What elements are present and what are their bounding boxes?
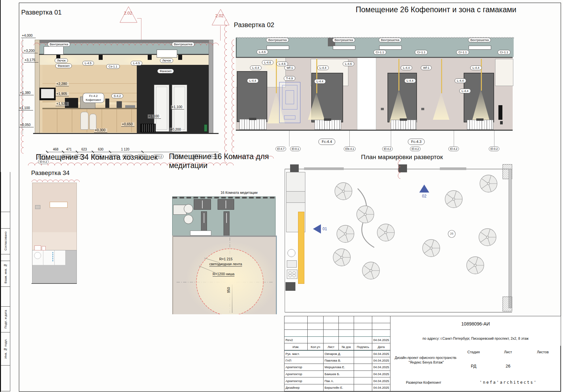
team-name: Мерцалова Е. xyxy=(324,364,354,371)
finish-tag: El-4.2 xyxy=(448,147,459,151)
finish-tag: El-4.2 xyxy=(410,147,421,151)
radiator-vent xyxy=(249,118,256,120)
elev01-right-column xyxy=(209,40,213,134)
tag-pill: T-4.9 xyxy=(284,76,295,81)
grinder xyxy=(105,99,109,108)
soffit-light xyxy=(99,55,103,60)
team-date: 04.04.2025 xyxy=(372,371,390,378)
col-header: Дата xyxy=(372,343,390,350)
tag-pill: L-4.4 xyxy=(455,78,466,83)
room16-title: Помещение 16 Комната для медитации xyxy=(169,152,278,170)
stage-header-cell: Стадия xyxy=(456,346,491,358)
radiator xyxy=(391,120,417,130)
level-mark: +2,280 xyxy=(56,82,69,86)
level-mark: +1,380 xyxy=(19,91,34,95)
tv-screen xyxy=(39,88,56,100)
dim-value: 468 xyxy=(53,148,59,151)
team-role: Архитектор xyxy=(284,371,324,378)
green-indicator xyxy=(204,124,207,132)
tag-pill: L-4.4 xyxy=(247,78,259,83)
doorway-gap xyxy=(357,58,376,130)
team-role: Рук. маст. xyxy=(284,350,324,357)
team-name: Овчаров Д. xyxy=(324,350,354,357)
meditation-plan xyxy=(172,196,276,236)
team-date: 04.04.2025 xyxy=(372,377,390,384)
plan-pouf xyxy=(184,204,193,213)
water-tank xyxy=(89,114,96,130)
team-name: Баишев Б. xyxy=(324,371,354,378)
col-header: Изм. xyxy=(284,343,308,350)
water-tank xyxy=(80,112,88,130)
tag-pill: S-4.2 xyxy=(111,94,123,98)
sheet-main-title: Помещение 26 Кофепоинт и зона с гамаками xyxy=(356,5,516,14)
company-cell: 'nefa'architects' xyxy=(456,374,561,391)
drawing-sheet: { "sheet": { "main_title": "Помещение 26… xyxy=(0,0,563,392)
sidebar-cell-podp: Подп. и дата xyxy=(1,306,10,332)
vent-grille xyxy=(379,46,402,50)
tag-pill: Cr-1.1 xyxy=(373,50,386,55)
ceiling-diffuser xyxy=(44,46,64,55)
marker-b-leader xyxy=(220,26,221,41)
floor-line xyxy=(31,283,77,284)
radiator-vent xyxy=(476,118,484,121)
vent-grille xyxy=(267,46,289,50)
team-role: Дизайнер xyxy=(284,384,324,391)
level-mark: +1,905 xyxy=(56,92,69,96)
fc-tag: Fc-4.4 xyxy=(318,139,335,145)
dim-value: 623 xyxy=(81,148,87,151)
tag-pill: Cs-1.1 xyxy=(106,64,120,69)
fc-tag-line1: Fc-4.2 xyxy=(89,94,98,98)
team-signature xyxy=(354,364,372,371)
view-marker-02-triangle xyxy=(419,185,429,193)
meditation-mat xyxy=(218,199,234,210)
soffit-light xyxy=(178,55,182,60)
tag-pill: L-4.6 xyxy=(257,50,268,54)
tag-pill: Cr-1.1 xyxy=(415,50,428,55)
view-marker-02-label: 02 xyxy=(422,194,426,198)
radiator xyxy=(239,119,267,130)
sheets-label: Листов xyxy=(537,350,549,354)
kick-grille xyxy=(140,124,156,132)
address-cell: по адресу: г.Санкт-Петербург, Пискаревск… xyxy=(390,331,561,346)
view-marker-01-triangle xyxy=(313,224,321,234)
shelf xyxy=(50,202,68,208)
cooktop xyxy=(287,270,297,279)
level-mark: +1,100 xyxy=(171,105,184,109)
tag-pill: L-4.4 xyxy=(250,65,262,70)
level-mark: +0,300 xyxy=(94,128,107,133)
tag-pill: Вентрешетка xyxy=(332,38,355,42)
finish-tag: El-0.1 xyxy=(290,147,301,151)
tag-pill: Фанкоил xyxy=(157,69,174,73)
sidebar-cell-inv: Инв. № подл. xyxy=(1,332,10,366)
tv-mount-detail xyxy=(279,82,300,123)
sheet-value-cell: 26 xyxy=(491,358,526,374)
kitchen-counter-highlight xyxy=(298,212,304,284)
team-date: 04.04.2025 xyxy=(372,384,390,391)
vent-grille xyxy=(333,46,355,50)
sink xyxy=(287,249,295,257)
team-role: Архитектор xyxy=(284,364,324,371)
dim-value: 630 xyxy=(98,148,104,151)
ceiling-diffuser xyxy=(157,50,177,58)
radiator xyxy=(467,120,493,130)
black-panel xyxy=(498,105,502,120)
tag-pill: Wf-1 xyxy=(421,65,432,70)
team-signature xyxy=(354,357,372,364)
company-name: 'nefa'architects' xyxy=(480,380,537,385)
tag-pill: L-4.5 xyxy=(131,61,142,65)
team-date: 04.04.2025 xyxy=(372,350,390,357)
rev-code: Rev2 xyxy=(284,337,308,344)
soffit-light xyxy=(148,55,152,60)
level-mark: +1,100 xyxy=(148,114,161,119)
team-role: Архитектор xyxy=(284,377,324,384)
washer-door xyxy=(34,252,41,259)
room34-subtitle: Развертка 34 xyxy=(31,169,70,177)
sidebar-cell-soglasovano: Согласовано xyxy=(1,228,10,254)
level-mark: +3,175 xyxy=(24,58,38,63)
sheet-number: 26 xyxy=(506,364,510,369)
tag-pill: Вентрешетка xyxy=(266,38,289,42)
meditation-mat xyxy=(224,211,230,236)
tag-pill: L-4.4 xyxy=(401,65,412,70)
elev01-title: Развертка 01 xyxy=(21,9,62,16)
room16-plan-label: 16 Комната медитации xyxy=(221,191,258,195)
